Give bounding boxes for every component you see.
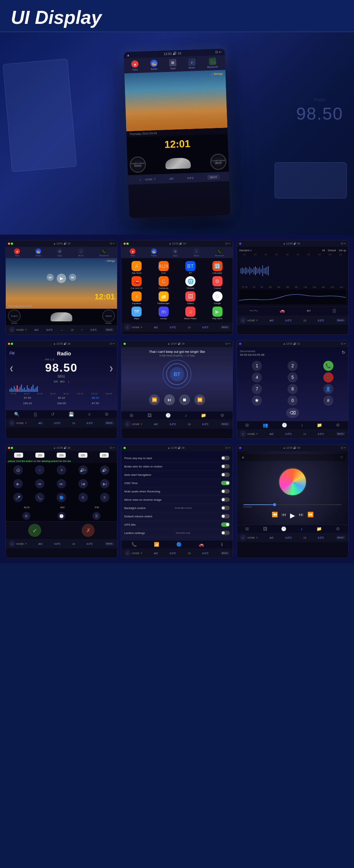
steer-bt2[interactable]: 🔵 [57,493,66,502]
key-0[interactable]: 0 [288,395,298,406]
radio-home-btn[interactable]: ⌂ HOME ∨ [9,420,27,426]
steer-nexttrack[interactable]: ▶| [100,479,109,488]
eq-bar-14[interactable] [259,267,260,274]
bt-stop-btn[interactable]: ⏹ [179,394,190,405]
music-grid-icon[interactable]: ⊞ [245,526,249,531]
home-nav-bt[interactable]: 📞 Bluetooth [99,248,108,257]
radio-dx-label[interactable]: DX [54,380,58,383]
radio-settings-icon[interactable]: ⚙ [105,412,109,417]
music-play-btn[interactable]: ▶ [290,512,295,519]
key-9-contacts[interactable]: 👤 [323,384,333,394]
eq-bar-4[interactable] [245,267,246,274]
setting-gps-toggle[interactable] [221,522,230,527]
eq-bar-7[interactable] [249,267,250,275]
steer-prev2[interactable]: ⏮ [35,479,44,488]
apps-nav-bt[interactable]: 📞 Bluetooth [215,248,224,257]
play-btn[interactable]: ▶ [57,274,66,283]
steering-back-button[interactable]: BACK [105,542,114,546]
key-8[interactable]: 8 [288,384,298,394]
hero-nav-bt[interactable]: 📞 Bluetooth [207,57,218,68]
music-ffwd-btn[interactable]: ⏩ [307,512,314,519]
music-next-btn[interactable]: ⏭ [299,512,304,519]
settings-home-btn[interactable]: ⌂ HOME ∨ [124,550,142,556]
key-star[interactable]: ✱ [252,395,262,406]
steering-aux-label[interactable]: AUX [24,506,30,509]
app-carbitlink[interactable]: C CarbitLink [151,276,176,289]
eq-bar-8[interactable] [251,268,251,273]
app-musicplayer[interactable]: ♫ Music Player [178,307,203,320]
setting-mirror-toggle[interactable] [221,497,230,502]
steer-prevtrack[interactable]: |◀ [78,479,88,488]
eq-icon-ff[interactable]: ⏭ [307,308,311,314]
next-btn[interactable]: ⏭ [69,274,76,281]
music-rewind-btn[interactable]: ⏪ [272,512,278,519]
home-nav-apps[interactable]: ⊞ Apps [57,248,62,257]
app-control[interactable]: ⚙ Control [205,276,230,289]
home-nav-music[interactable]: ♪ Music [78,248,84,257]
key-1[interactable]: 1 [252,361,262,371]
key-delete[interactable]: ⌫ [286,408,299,418]
key-2[interactable]: 2 [288,361,298,371]
apps-back-button[interactable]: BACK [220,325,230,329]
eq-opt-default[interactable]: Default [328,249,336,252]
bt-clock-icon[interactable]: 🕐 [165,413,171,418]
key-call[interactable]: 📞 [323,361,333,371]
eq-bar-18[interactable] [265,268,266,274]
hero-nav-navi[interactable]: ▲ Navi [131,60,139,71]
hero-nav-apps[interactable]: ⊞ Apps [169,59,177,70]
radio-next-btn[interactable]: ❯ [109,365,113,371]
eq-back-button[interactable]: BACK [336,318,345,322]
color-pill-3[interactable]: 255 [57,453,66,458]
key-5[interactable]: 5 [288,372,298,382]
music-progress-bar[interactable] [243,504,342,505]
app-maps[interactable]: 🗺 Maps [124,307,149,320]
radio-mo-label[interactable]: MO [60,380,65,383]
app-mcxlay[interactable]: m mcxlay [151,307,176,320]
freq-item-3[interactable]: 98.10 [79,395,112,400]
eq-bar-16[interactable] [262,265,263,276]
settings-bt-icon[interactable]: 🔵 [176,542,182,547]
phone-folder-icon2[interactable]: 📁 [317,423,322,428]
apps-nav-radio[interactable]: 📻 Radio [151,248,157,257]
key-endcall[interactable]: 📞 [323,372,333,382]
music-clock-icon[interactable]: 🕐 [281,526,286,531]
eq-icon-wave[interactable]: 〜〜 [249,308,258,314]
hero-home-icon[interactable]: ⌂ [137,176,144,183]
steer-play[interactable]: ▶ [13,479,23,488]
settings-info-icon[interactable]: ℹ [221,542,223,547]
phone-home-btn[interactable]: ⌂ HOME ∨ [240,431,258,437]
color-pill-4[interactable]: 255 [78,453,87,458]
eq-preset-select[interactable]: Standard ∨ [239,249,252,252]
home-nav-navi[interactable]: ▲ Navi [14,248,20,257]
home-nav-radio[interactable]: 📻 Radio [35,248,41,257]
apps-nav-navi[interactable]: ▲ Navi [130,248,135,257]
setting-mute-toggle[interactable] [221,489,230,493]
steer-clock[interactable]: 🕐 [57,512,65,520]
steering-confirm-no[interactable]: ✗ [82,524,95,537]
radio-back-button[interactable]: BACK [105,421,114,425]
freq-item-1[interactable]: 87.50 [11,395,44,400]
eq-bar-5[interactable] [246,268,247,274]
freq-item-4[interactable]: 106.10 [11,401,44,406]
steer-settings[interactable]: ⚙ [22,512,30,520]
music-home-btn[interactable]: ⌂ HOME ∨ [240,534,258,541]
phone-music-icon2[interactable]: ♪ [301,423,303,428]
setting-osd-toggle[interactable] [221,481,230,485]
eq-bar-15[interactable] [261,269,262,273]
eq-opt-all[interactable]: All [322,249,325,252]
eq-bar-2[interactable] [242,268,243,274]
setting-vol-toggle[interactable] [221,514,230,518]
bt-back-button[interactable]: BACK [220,422,230,426]
phone-back-button[interactable]: BACK [336,432,345,436]
music-heart-icon[interactable]: ♡ [340,456,343,459]
settings-phone-icon[interactable]: 📞 [131,542,137,547]
app-bt[interactable]: BT BT [178,261,203,274]
color-pill-2[interactable]: 255 [35,453,44,458]
music-note-icon[interactable]: ♪ [301,526,303,531]
bt-home-btn[interactable]: ⌂ HOME ∨ [124,421,142,427]
key-7[interactable]: 7 [252,384,262,394]
music-back-button[interactable]: BACK [336,536,345,539]
radio-loop-icon[interactable]: ↺ [51,412,55,417]
steer-power[interactable]: ⏻ [13,465,23,475]
bt-image-icon[interactable]: 🖼 [147,413,152,418]
